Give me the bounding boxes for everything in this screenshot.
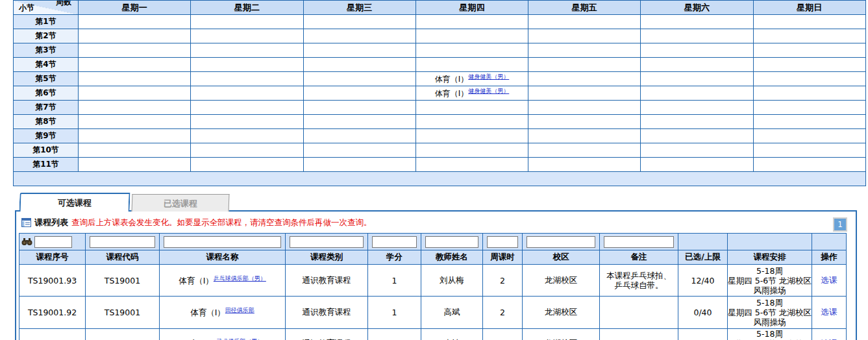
tab-selectable-courses[interactable]: 可选课程 [19, 193, 130, 212]
timetable-cell [641, 72, 753, 86]
cell-enrolled-limit: 0/40 [678, 329, 728, 340]
course-row: TS19001.93TS19001体育（Ⅰ）乒乓球俱乐部（男）通识教育课程1刘从… [19, 265, 847, 297]
timetable-cell [191, 115, 303, 129]
timetable-cell [79, 129, 191, 143]
timetable-cell [79, 143, 191, 158]
filter-cell [600, 234, 678, 250]
filter-cell [160, 234, 286, 250]
timetable-cell [528, 143, 641, 158]
cell-campus: 龙湖校区 [523, 265, 600, 297]
cell-enrolled-limit: 12/40 [678, 265, 728, 297]
select-course-link[interactable]: 选课 [821, 275, 837, 285]
timetable-cell [753, 15, 865, 29]
filter-input-0[interactable] [34, 236, 72, 248]
column-header: 课程序号 [19, 250, 86, 265]
page-number-button[interactable]: 1 [833, 217, 847, 232]
binoculars-icon [21, 237, 32, 246]
filter-input-3[interactable] [290, 236, 364, 248]
column-header: 备注 [600, 250, 678, 265]
filter-cell [728, 234, 812, 250]
timetable-course-title: 体育（Ⅰ） [435, 75, 469, 84]
cell-teacher: 李铁 [421, 329, 483, 340]
filter-input-8[interactable] [604, 236, 674, 248]
timetable-cell [528, 86, 641, 101]
timetable-cell [191, 129, 303, 143]
course-name-text: 体育（Ⅰ） [179, 276, 214, 285]
cell-course-name: 体育（Ⅰ）武术俱乐部（男） [160, 329, 286, 340]
timetable-cell [191, 43, 303, 58]
timetable-cell [641, 86, 753, 101]
filter-cell [286, 234, 368, 250]
timetable-course-club-link[interactable]: 健身健美（男） [468, 88, 509, 94]
course-club-link[interactable]: 乒乓球俱乐部（男） [214, 275, 266, 282]
timetable-cell [191, 58, 303, 72]
timetable-cell [641, 29, 753, 43]
timetable-cell [753, 58, 865, 72]
query-notice: 查询后上方课表会发生变化。如要显示全部课程，请清空查询条件后再做一次查询。 [71, 217, 372, 228]
cell-weekly-hours: 2 [483, 297, 523, 329]
filter-input-4[interactable] [372, 236, 417, 248]
timetable-corner-cell: 周数小节 [14, 1, 79, 15]
timetable-cell [79, 72, 191, 86]
timetable-cell [641, 15, 753, 29]
timetable-course-title: 体育（Ⅰ） [435, 89, 469, 98]
column-header: 已选/上限 [678, 250, 728, 265]
cell-action: 选课 [812, 265, 847, 297]
timetable-cell [641, 129, 753, 143]
tab-selected-courses[interactable]: 已选课程 [132, 194, 230, 212]
cell-action: 选课 [812, 297, 847, 329]
column-header: 课程名称 [160, 250, 286, 265]
timetable-cell [415, 143, 528, 158]
timetable-cell [641, 115, 753, 129]
period-label: 第8节 [14, 115, 79, 129]
timetable-cell [79, 58, 191, 72]
timetable-cell [753, 115, 865, 129]
timetable-cell [415, 129, 528, 143]
list-title: 课程列表 [34, 217, 68, 228]
timetable-cell [303, 72, 415, 86]
cell-teacher: 刘从梅 [421, 265, 483, 297]
cell-weekly-hours: 2 [483, 265, 523, 297]
column-header: 操作 [812, 250, 847, 265]
timetable-cell [191, 15, 303, 29]
cell-course-seq: TS19001.91 [19, 329, 86, 340]
filter-input-6[interactable] [487, 236, 518, 248]
timetable-cell [303, 158, 415, 172]
column-header: 校区 [523, 250, 600, 265]
cell-course-seq: TS19001.93 [19, 265, 86, 297]
cell-course-code: TS19001 [86, 329, 160, 340]
filter-cell [86, 234, 160, 250]
cell-enrolled-limit: 0/40 [678, 297, 728, 329]
timetable-cell [641, 43, 753, 58]
cell-course-category: 通识教育课程 [286, 265, 368, 297]
timetable-cell [641, 101, 753, 115]
timetable-cell [415, 58, 528, 72]
timetable-cell [415, 158, 528, 172]
cell-course-code: TS19001 [86, 265, 160, 297]
timetable-cell [528, 101, 641, 115]
timetable-cell [641, 58, 753, 72]
filter-input-7[interactable] [527, 236, 595, 248]
timetable-cell: 体育（Ⅰ）健身健美（男） [415, 86, 528, 101]
course-club-link[interactable]: 田径俱乐部 [225, 307, 254, 313]
timetable-cell [79, 86, 191, 101]
period-label: 第11节 [14, 158, 79, 172]
timetable-course-club-link[interactable]: 健身健美（男） [468, 73, 509, 80]
timetable-cell [528, 29, 641, 43]
filter-cell [812, 234, 847, 250]
timetable-cell: 体育（Ⅰ）健身健美（男） [415, 72, 528, 86]
filter-input-2[interactable] [164, 236, 281, 248]
cell-weekly-hours: 2 [483, 329, 523, 340]
filter-input-1[interactable] [90, 236, 155, 248]
select-course-link[interactable]: 选课 [821, 307, 837, 317]
timetable-cell [528, 43, 641, 58]
period-label: 第3节 [14, 43, 79, 58]
day-header: 星期五 [528, 1, 641, 15]
timetable-cell [303, 101, 415, 115]
timetable-cell [79, 158, 191, 172]
filter-input-5[interactable] [425, 236, 478, 248]
timetable-cell [303, 29, 415, 43]
timetable-cell [528, 158, 641, 172]
column-header: 周课时 [483, 250, 523, 265]
cell-credit: 1 [368, 265, 421, 297]
